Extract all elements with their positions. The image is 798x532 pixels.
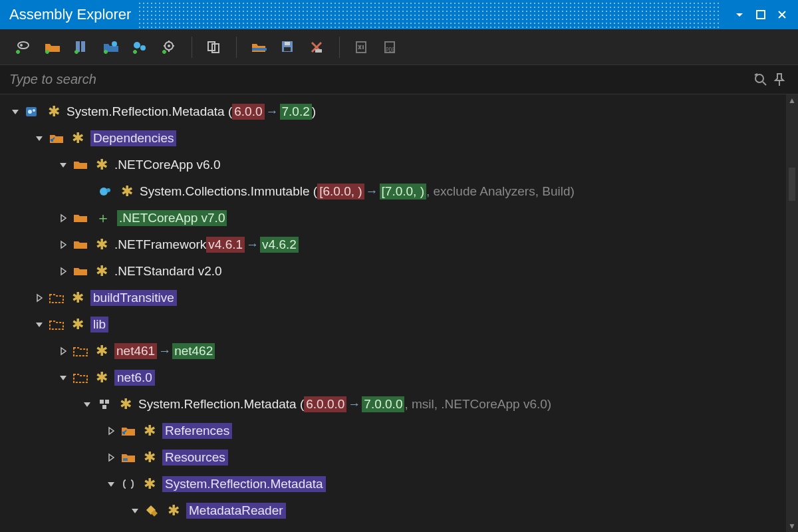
open-from-nuget-button[interactable] [100,36,122,59]
svg-rect-26 [100,400,104,404]
clear-button[interactable] [306,36,329,59]
version-from: 6.0.0.0 [304,396,346,412]
version-from: v4.6.1 [206,237,245,253]
tree-row-framework[interactable]: ✱ .NETCoreApp v6.0 [0,152,798,178]
save-button[interactable] [277,36,299,59]
svg-point-7 [140,45,146,51]
title-grip[interactable] [138,0,720,29]
node-label: .NETCoreApp v7.0 [117,210,227,226]
tree-row-class[interactable]: ✱ MetadataReader [0,497,798,524]
tree-view[interactable]: ✱ System.Reflection.Metadata ( 6.0.0 → 7… [0,94,798,532]
status-changed-icon: ✱ [120,397,132,412]
search-bar [0,65,798,94]
folder-dashed-icon [72,372,89,384]
status-changed-icon: ✱ [121,184,133,199]
svg-point-24 [100,188,108,196]
caret-down-icon[interactable] [105,478,117,490]
window-close-button[interactable] [774,7,790,23]
svg-rect-12 [252,48,267,51]
settings-button[interactable] [158,36,181,59]
tree-row-tfm[interactable]: ✱ net461 → net462 [0,338,798,364]
svg-text:PDB: PDB [386,47,396,53]
caret-down-icon[interactable] [33,132,45,144]
version-from: [6.0.0, ) [317,184,364,200]
open-from-gac-button[interactable] [70,36,93,59]
tree-row-lib[interactable]: ✱ lib [0,311,798,338]
caret-down-icon[interactable] [129,505,141,517]
tree-row-package[interactable]: ✱ System.Reflection.Metadata ( 6.0.0 → 7… [0,98,798,125]
svg-rect-17 [356,42,366,53]
caret-right-icon[interactable] [57,239,69,251]
version-to: 7.0.2 [280,104,312,120]
search-input[interactable] [9,72,751,87]
svg-point-22 [28,110,32,114]
svg-point-5 [112,41,117,47]
title-bar: Assembly Explorer [0,0,798,29]
status-changed-icon: ✱ [96,370,108,385]
scrollbar[interactable]: ▲ ▼ [786,94,798,532]
version-from: 6.0.0 [232,104,264,120]
caret-down-icon[interactable] [81,398,93,410]
window-title: Assembly Explorer [9,6,131,23]
folder-dashed-icon [48,292,65,304]
assembly-suffix: , msil, .NETCoreApp v6.0) [404,397,551,412]
tree-row-framework[interactable]: ＋ .NETCoreApp v7.0 [0,205,798,231]
caret-right-icon[interactable] [57,345,69,357]
caret-right-icon[interactable] [33,292,45,304]
search-options-icon[interactable] [751,72,770,87]
svg-rect-28 [102,405,106,409]
tree-row-namespace[interactable]: ✱ System.Reflection.Metadata [0,471,798,497]
caret-right-icon[interactable] [57,265,69,277]
assembly-icon [96,398,113,410]
folder-shortcut-icon [120,425,137,437]
caret-right-icon[interactable] [105,425,117,437]
svg-point-23 [33,109,35,112]
tree-row-buildtransitive[interactable]: ✱ buildTransitive [0,285,798,311]
view-il-button[interactable] [350,36,373,59]
status-changed-icon: ✱ [96,237,108,252]
node-label: System.Reflection.Metadata [162,476,326,492]
svg-rect-27 [105,400,109,404]
caret-right-icon[interactable] [105,452,117,464]
arrow-right-icon: → [245,237,260,252]
tree-row-references[interactable]: ✱ References [0,418,798,444]
svg-rect-0 [757,11,765,19]
tree-row-framework[interactable]: ✱ .NETFramework v4.6.1 → v4.6.2 [0,231,798,258]
svg-point-25 [106,188,110,192]
add-reference-button[interactable] [129,36,152,59]
pin-icon[interactable] [770,73,789,86]
window-restore-button[interactable] [753,7,769,23]
tree-row-framework[interactable]: ✱ .NETStandard v2.0 [0,258,798,285]
node-label: .NETStandard v2.0 [114,264,222,279]
caret-down-icon[interactable] [33,319,45,331]
tree-row-assembly[interactable]: ✱ System.Reflection.Metadata ( 6.0.0.0 →… [0,391,798,418]
caret-down-icon[interactable] [9,106,21,118]
tree-row-resources[interactable]: ✱ Resources [0,444,798,471]
caret-down-icon[interactable] [57,372,69,384]
view-pdb-button[interactable]: PDB [380,36,402,59]
scroll-down-icon[interactable]: ▼ [786,520,798,532]
export-assembly-button[interactable] [247,36,270,59]
folder-dashed-icon [48,319,65,331]
caret-down-icon[interactable] [57,159,69,171]
toolbar-separator [236,37,237,58]
status-changed-icon: ✱ [96,158,108,172]
class-icon [144,505,161,517]
add-typed-item-button[interactable] [12,36,35,59]
svg-rect-16 [315,49,322,53]
tree-row-tfm[interactable]: ✱ net6.0 [0,364,798,391]
tree-row-dependency[interactable]: ✱ System.Collections.Immutable ( [6.0.0,… [0,178,798,205]
clone-button[interactable] [203,36,225,59]
node-label: lib [90,317,108,332]
caret-right-icon[interactable] [57,212,69,224]
node-label: Resources [162,450,228,466]
open-folder-button[interactable] [41,36,64,59]
status-changed-icon: ✱ [72,317,84,332]
svg-rect-15 [285,42,290,45]
dependency-name: System.Collections.Immutable [140,184,310,199]
toolbar-separator [192,37,192,58]
status-changed-icon: ✱ [96,264,108,279]
tree-row-dependencies[interactable]: ✱ Dependencies [0,125,798,152]
window-menu-button[interactable] [732,7,747,23]
scroll-up-icon[interactable]: ▲ [786,94,798,106]
